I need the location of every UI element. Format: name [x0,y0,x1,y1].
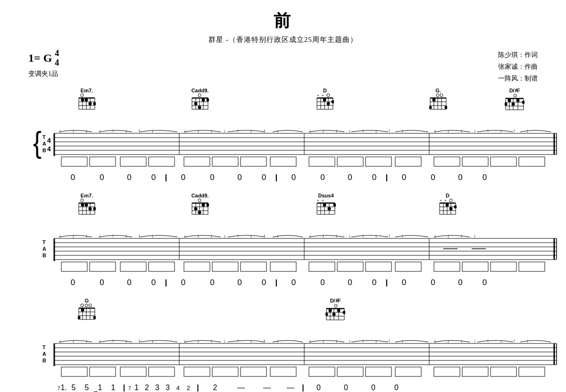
chord-name: D/♯F [330,298,341,304]
num: 0 [359,384,387,392]
svg-point-56 [433,98,436,101]
svg-point-165 [202,203,205,206]
num: 0 [253,173,275,182]
subtitle: 群星 -（香港特别行政区成立25周年主题曲） [28,35,538,44]
svg-text:↓: ↓ [72,128,75,133]
svg-point-44 [436,94,439,97]
num: 0 [143,173,164,182]
meta-row: 1= G 4 4 变调夹1品 陈少琪：作词 张家诚：作曲 一阵风：制谱 [28,49,538,78]
svg-rect-130 [270,157,296,166]
svg-point-43 [332,100,334,103]
svg-point-283 [329,309,332,312]
svg-text:↑: ↑ [263,338,266,343]
num: 0 [143,278,164,287]
svg-text:↓: ↓ [434,128,436,133]
svg-point-12 [85,98,88,101]
svg-text:↓: ↓ [184,233,186,238]
svg-rect-241 [61,262,87,271]
svg-text:↓: ↓ [322,338,325,343]
svg-text:↑: ↑ [263,128,266,133]
svg-rect-244 [149,262,175,271]
num: 0 [474,278,495,287]
svg-point-139 [81,199,83,202]
svg-point-272 [334,304,337,307]
svg-point-55 [429,106,432,109]
svg-rect-136 [462,157,488,166]
time-signature: 4 4 [55,49,59,68]
svg-rect-127 [184,157,210,166]
bar-sep: | [385,278,389,287]
chord-diagram-svg [191,198,209,221]
num: 1 [131,384,142,392]
svg-rect-349 [519,367,545,376]
chord-name: D [446,193,449,198]
svg-rect-255 [491,262,516,271]
svg-rect-133 [366,157,391,166]
octave-marker-1: 7 [58,386,60,391]
svg-text:↓: ↓ [72,233,75,238]
svg-point-282 [325,312,328,316]
svg-text:×: × [440,198,442,203]
bar-sep: | [301,384,305,392]
svg-rect-246 [212,262,238,271]
svg-point-183 [449,199,452,202]
num: 0 [336,173,364,182]
chord-name: Cadd9. [191,88,209,93]
bar-sep: | [193,384,202,392]
svg-point-58 [514,94,516,97]
svg-point-69 [508,98,511,102]
num: — [228,384,254,392]
num: 0 [364,173,385,182]
chord-diagram-svg [429,93,447,116]
num: ̲1 [93,383,107,392]
svg-point-25 [194,102,198,105]
svg-text:↓: ↓ [309,233,311,238]
num: 3 [162,384,173,392]
svg-rect-249 [309,262,335,271]
svg-rect-243 [120,262,146,271]
svg-rect-128 [212,157,238,166]
chord-diagram-svg: × × [439,198,457,221]
svg-point-194 [449,207,453,210]
credits: 陈少琪：作词 张家诚：作曲 一阵风：制谱 [498,49,538,85]
svg-rect-129 [241,157,266,166]
num: 3 [152,384,162,392]
num: 0 [419,278,447,287]
svg-text:↑: ↑ [138,128,141,133]
svg-text:T: T [42,239,46,245]
key-time: 1= G 4 4 [28,49,59,68]
svg-text:↓: ↓ [349,338,351,343]
svg-rect-251 [366,262,391,271]
svg-rect-132 [337,157,363,166]
svg-text:↓: ↓ [309,338,311,343]
svg-point-31 [327,94,330,97]
svg-point-153 [198,199,201,202]
svg-text:B: B [42,358,46,363]
svg-point-178 [323,203,326,206]
svg-rect-343 [337,367,363,376]
svg-text:T: T [42,344,46,350]
num: 5 [67,384,80,392]
chord-name: Dsus4 [318,193,333,198]
svg-rect-248 [270,262,296,271]
svg-rect-345 [395,367,421,376]
svg-text:↓: ↓ [349,128,351,133]
svg-text:↓: ↓ [184,128,186,133]
svg-rect-254 [462,262,488,271]
chord-g-1: G. [429,88,447,116]
chord-name: D [323,88,327,93]
chord-diagram-svg [78,198,96,221]
num: 0 [168,278,199,287]
svg-point-68 [505,102,508,106]
bar-sep: | [275,173,278,182]
svg-rect-256 [519,262,545,271]
octave-marker-2: 7 [128,386,131,391]
svg-text:↓: ↓ [59,233,61,238]
staff-section-3: T A B ↓ ↓ [33,338,538,392]
svg-rect-123 [61,157,87,166]
chord-diagram-svg [325,304,345,327]
svg-text:A: A [42,246,46,252]
chord-dsus4-2: Dsus4 × × [316,193,336,221]
svg-point-284 [333,312,336,316]
svg-rect-337 [149,367,175,376]
